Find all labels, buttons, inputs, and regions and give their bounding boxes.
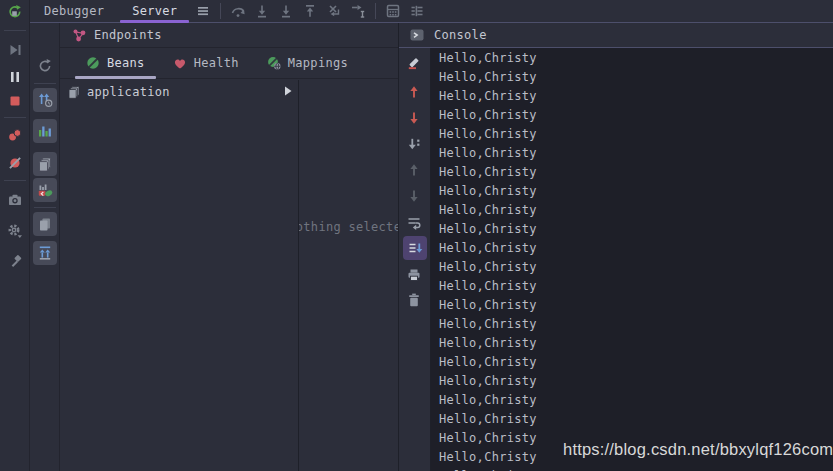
thread-dump-camera-icon [7,192,23,208]
console-line: Hello,Christy [439,315,833,334]
console-line: Hello,Christy [439,125,833,144]
debug-toolbar: Debugger Server [30,0,833,23]
step-into-button[interactable] [250,0,274,22]
beans-stack-button[interactable] [33,152,57,176]
file-copy-button[interactable] [33,212,57,236]
layout-settings-button[interactable] [405,0,429,22]
tab-health-label: Health [194,56,239,70]
strip-divider [4,30,26,31]
toolbar-separator [375,3,376,19]
console-line: Hello,Christy [439,296,833,315]
update-classes-button[interactable] [33,241,57,265]
console-header: Console [399,23,833,48]
endpoints-tree: application [60,80,298,471]
watermark-text: https://blog.csdn.net/bbxylqf126com [563,440,833,459]
charts-button[interactable] [33,119,57,143]
scroll-to-end-button[interactable] [403,236,427,260]
tab-health[interactable]: Health [162,48,250,79]
more-options-button[interactable] [191,0,215,22]
layout-settings-icon [409,3,425,19]
trash-icon[interactable] [406,292,422,308]
scroll-to-end-icon [407,240,423,256]
expand-right-icon[interactable] [283,85,293,97]
arrow-up-red-icon[interactable] [406,84,422,100]
clear-eraser-icon[interactable] [406,55,422,71]
console-toolbar-strip [399,48,431,471]
debug-tool-window: Debugger Server [0,0,833,471]
stop-icon [7,93,23,109]
step-out-button[interactable] [298,0,322,22]
tab-debugger-label: Debugger [44,4,104,18]
console-title: Console [434,28,487,42]
beans-tab-underline [75,76,156,79]
tree-row-application[interactable]: application [60,80,298,101]
pause-icon [7,69,23,85]
evaluate-calculator-icon [385,3,401,19]
step-into-icon [254,3,270,19]
console-line: Hello,Christy [439,106,833,125]
refresh-icon[interactable] [37,58,53,74]
console-line: Hello,Christy [439,467,833,471]
toolbar-separator [220,3,221,19]
update-application-button[interactable] [33,88,57,112]
tab-mappings-label: Mappings [288,56,348,70]
resume-button[interactable] [3,39,27,61]
rerun-button[interactable] [3,1,27,23]
tab-mappings[interactable]: Mappings [256,48,359,79]
settings-button[interactable] [3,220,27,242]
drop-frame-button[interactable] [322,0,346,22]
bean-icon [86,56,100,70]
pause-button[interactable] [3,66,27,88]
console-line: Hello,Christy [439,391,833,410]
console-panel: Console [398,23,833,471]
console-line: Hello,Christy [439,258,833,277]
health-chart-button[interactable] [33,178,57,202]
strip-divider [34,83,56,84]
soft-wrap-icon[interactable] [406,215,422,231]
endpoints-panel: Endpoints Beans Health [60,23,398,471]
health-chart-icon [37,182,53,198]
beans-stack-icon [37,156,53,172]
strip-divider [4,117,26,118]
arrow-down-dim-icon[interactable] [406,188,422,204]
charts-icon [37,123,53,139]
step-over-button[interactable] [226,0,250,22]
console-line: Hello,Christy [439,410,833,429]
tab-beans-label: Beans [107,56,145,70]
settings-gear-icon [7,223,23,239]
console-lines: Hello,ChristyHello,ChristyHello,ChristyH… [431,48,833,471]
console-line: Hello,Christy [439,87,833,106]
console-line: Hello,Christy [439,182,833,201]
mute-breakpoints-button[interactable] [3,152,27,174]
run-to-cursor-button[interactable] [346,0,370,22]
evaluate-expression-button[interactable] [381,0,405,22]
arrow-up-dim-icon[interactable] [406,162,422,178]
console-output[interactable]: Hello,ChristyHello,ChristyHello,ChristyH… [431,48,833,471]
tab-server[interactable]: Server [118,0,191,22]
update-application-icon [37,92,53,108]
heart-icon [173,56,187,70]
down-with-dots-icon[interactable] [406,136,422,152]
tab-beans[interactable]: Beans [75,48,156,79]
pin-button[interactable] [3,251,27,273]
print-icon[interactable] [406,267,422,283]
console-line: Hello,Christy [439,144,833,163]
arrow-down-red-icon[interactable] [406,110,422,126]
bean-globe-icon [267,56,281,70]
thread-dump-button[interactable] [3,189,27,211]
stop-button[interactable] [3,90,27,112]
tab-debugger[interactable]: Debugger [30,0,118,22]
drop-frame-icon [326,3,342,19]
file-copy-icon [37,216,53,232]
view-breakpoints-icon [7,127,23,143]
view-breakpoints-button[interactable] [3,124,27,146]
endpoints-body: application Nothing selected [60,80,398,471]
console-line: Hello,Christy [439,68,833,87]
console-line: Hello,Christy [439,49,833,68]
update-classes-icon [37,245,53,261]
console-line: Hello,Christy [439,239,833,258]
rerun-icon [7,4,23,20]
debug-left-strip [0,0,30,471]
force-step-into-button[interactable] [274,0,298,22]
endpoints-detail-pane: Nothing selected [298,80,398,471]
